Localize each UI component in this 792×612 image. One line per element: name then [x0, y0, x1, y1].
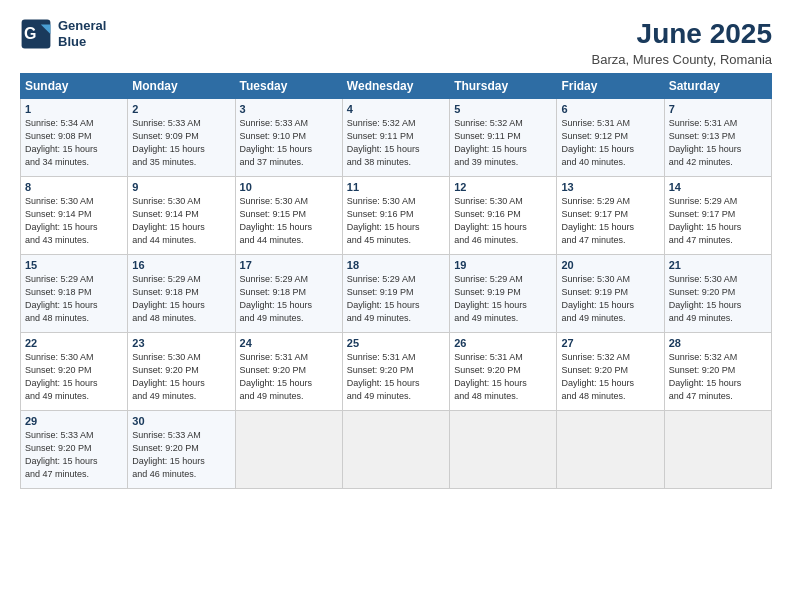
table-row: 4Sunrise: 5:32 AM Sunset: 9:11 PM Daylig… [342, 99, 449, 177]
table-row: 6Sunrise: 5:31 AM Sunset: 9:12 PM Daylig… [557, 99, 664, 177]
table-row [450, 411, 557, 489]
day-number: 28 [669, 337, 767, 349]
day-info: Sunrise: 5:32 AM Sunset: 9:11 PM Dayligh… [454, 117, 552, 169]
day-number: 6 [561, 103, 659, 115]
table-row: 13Sunrise: 5:29 AM Sunset: 9:17 PM Dayli… [557, 177, 664, 255]
day-info: Sunrise: 5:33 AM Sunset: 9:09 PM Dayligh… [132, 117, 230, 169]
calendar-title: June 2025 [592, 18, 772, 50]
day-number: 7 [669, 103, 767, 115]
calendar-week-row: 22Sunrise: 5:30 AM Sunset: 9:20 PM Dayli… [21, 333, 772, 411]
day-info: Sunrise: 5:29 AM Sunset: 9:17 PM Dayligh… [561, 195, 659, 247]
header-row: Sunday Monday Tuesday Wednesday Thursday… [21, 74, 772, 99]
table-row: 25Sunrise: 5:31 AM Sunset: 9:20 PM Dayli… [342, 333, 449, 411]
calendar-week-row: 8Sunrise: 5:30 AM Sunset: 9:14 PM Daylig… [21, 177, 772, 255]
logo: G General Blue [20, 18, 106, 50]
day-number: 23 [132, 337, 230, 349]
day-info: Sunrise: 5:34 AM Sunset: 9:08 PM Dayligh… [25, 117, 123, 169]
day-info: Sunrise: 5:29 AM Sunset: 9:19 PM Dayligh… [454, 273, 552, 325]
col-saturday: Saturday [664, 74, 771, 99]
table-row: 8Sunrise: 5:30 AM Sunset: 9:14 PM Daylig… [21, 177, 128, 255]
table-row: 16Sunrise: 5:29 AM Sunset: 9:18 PM Dayli… [128, 255, 235, 333]
day-info: Sunrise: 5:31 AM Sunset: 9:12 PM Dayligh… [561, 117, 659, 169]
day-number: 15 [25, 259, 123, 271]
calendar-week-row: 15Sunrise: 5:29 AM Sunset: 9:18 PM Dayli… [21, 255, 772, 333]
day-info: Sunrise: 5:32 AM Sunset: 9:11 PM Dayligh… [347, 117, 445, 169]
day-info: Sunrise: 5:32 AM Sunset: 9:20 PM Dayligh… [561, 351, 659, 403]
table-row [557, 411, 664, 489]
logo-line1: General [58, 18, 106, 33]
calendar-week-row: 29Sunrise: 5:33 AM Sunset: 9:20 PM Dayli… [21, 411, 772, 489]
day-number: 24 [240, 337, 338, 349]
day-info: Sunrise: 5:31 AM Sunset: 9:20 PM Dayligh… [240, 351, 338, 403]
table-row: 19Sunrise: 5:29 AM Sunset: 9:19 PM Dayli… [450, 255, 557, 333]
day-number: 21 [669, 259, 767, 271]
table-row: 3Sunrise: 5:33 AM Sunset: 9:10 PM Daylig… [235, 99, 342, 177]
table-row: 12Sunrise: 5:30 AM Sunset: 9:16 PM Dayli… [450, 177, 557, 255]
table-row: 2Sunrise: 5:33 AM Sunset: 9:09 PM Daylig… [128, 99, 235, 177]
day-info: Sunrise: 5:29 AM Sunset: 9:18 PM Dayligh… [240, 273, 338, 325]
table-row: 29Sunrise: 5:33 AM Sunset: 9:20 PM Dayli… [21, 411, 128, 489]
day-info: Sunrise: 5:29 AM Sunset: 9:18 PM Dayligh… [132, 273, 230, 325]
table-row: 9Sunrise: 5:30 AM Sunset: 9:14 PM Daylig… [128, 177, 235, 255]
day-number: 1 [25, 103, 123, 115]
title-block: June 2025 Barza, Mures County, Romania [592, 18, 772, 67]
table-row [235, 411, 342, 489]
calendar-week-row: 1Sunrise: 5:34 AM Sunset: 9:08 PM Daylig… [21, 99, 772, 177]
day-number: 18 [347, 259, 445, 271]
table-row: 26Sunrise: 5:31 AM Sunset: 9:20 PM Dayli… [450, 333, 557, 411]
day-info: Sunrise: 5:29 AM Sunset: 9:19 PM Dayligh… [347, 273, 445, 325]
day-info: Sunrise: 5:33 AM Sunset: 9:10 PM Dayligh… [240, 117, 338, 169]
day-number: 11 [347, 181, 445, 193]
day-number: 20 [561, 259, 659, 271]
calendar-subtitle: Barza, Mures County, Romania [592, 52, 772, 67]
day-number: 4 [347, 103, 445, 115]
day-number: 10 [240, 181, 338, 193]
table-row: 7Sunrise: 5:31 AM Sunset: 9:13 PM Daylig… [664, 99, 771, 177]
table-row: 21Sunrise: 5:30 AM Sunset: 9:20 PM Dayli… [664, 255, 771, 333]
col-wednesday: Wednesday [342, 74, 449, 99]
day-number: 27 [561, 337, 659, 349]
col-friday: Friday [557, 74, 664, 99]
col-thursday: Thursday [450, 74, 557, 99]
calendar-page: G General Blue June 2025 Barza, Mures Co… [0, 0, 792, 612]
day-info: Sunrise: 5:32 AM Sunset: 9:20 PM Dayligh… [669, 351, 767, 403]
svg-text:G: G [24, 25, 36, 42]
logo-line2: Blue [58, 34, 86, 49]
table-row: 30Sunrise: 5:33 AM Sunset: 9:20 PM Dayli… [128, 411, 235, 489]
table-row: 15Sunrise: 5:29 AM Sunset: 9:18 PM Dayli… [21, 255, 128, 333]
day-info: Sunrise: 5:30 AM Sunset: 9:14 PM Dayligh… [132, 195, 230, 247]
table-row: 18Sunrise: 5:29 AM Sunset: 9:19 PM Dayli… [342, 255, 449, 333]
day-number: 13 [561, 181, 659, 193]
day-number: 19 [454, 259, 552, 271]
day-info: Sunrise: 5:33 AM Sunset: 9:20 PM Dayligh… [132, 429, 230, 481]
day-info: Sunrise: 5:31 AM Sunset: 9:20 PM Dayligh… [454, 351, 552, 403]
day-number: 17 [240, 259, 338, 271]
table-row: 1Sunrise: 5:34 AM Sunset: 9:08 PM Daylig… [21, 99, 128, 177]
day-number: 12 [454, 181, 552, 193]
day-info: Sunrise: 5:33 AM Sunset: 9:20 PM Dayligh… [25, 429, 123, 481]
day-info: Sunrise: 5:30 AM Sunset: 9:20 PM Dayligh… [25, 351, 123, 403]
day-info: Sunrise: 5:30 AM Sunset: 9:15 PM Dayligh… [240, 195, 338, 247]
col-sunday: Sunday [21, 74, 128, 99]
day-number: 30 [132, 415, 230, 427]
table-row: 17Sunrise: 5:29 AM Sunset: 9:18 PM Dayli… [235, 255, 342, 333]
table-row: 14Sunrise: 5:29 AM Sunset: 9:17 PM Dayli… [664, 177, 771, 255]
table-row: 28Sunrise: 5:32 AM Sunset: 9:20 PM Dayli… [664, 333, 771, 411]
day-info: Sunrise: 5:31 AM Sunset: 9:20 PM Dayligh… [347, 351, 445, 403]
table-row: 22Sunrise: 5:30 AM Sunset: 9:20 PM Dayli… [21, 333, 128, 411]
day-number: 2 [132, 103, 230, 115]
calendar-table: Sunday Monday Tuesday Wednesday Thursday… [20, 73, 772, 489]
header: G General Blue June 2025 Barza, Mures Co… [20, 18, 772, 67]
table-row: 24Sunrise: 5:31 AM Sunset: 9:20 PM Dayli… [235, 333, 342, 411]
table-row: 5Sunrise: 5:32 AM Sunset: 9:11 PM Daylig… [450, 99, 557, 177]
table-row: 11Sunrise: 5:30 AM Sunset: 9:16 PM Dayli… [342, 177, 449, 255]
col-tuesday: Tuesday [235, 74, 342, 99]
day-number: 14 [669, 181, 767, 193]
logo-text: General Blue [58, 18, 106, 49]
day-info: Sunrise: 5:30 AM Sunset: 9:20 PM Dayligh… [132, 351, 230, 403]
day-info: Sunrise: 5:30 AM Sunset: 9:14 PM Dayligh… [25, 195, 123, 247]
day-number: 25 [347, 337, 445, 349]
table-row: 27Sunrise: 5:32 AM Sunset: 9:20 PM Dayli… [557, 333, 664, 411]
day-number: 22 [25, 337, 123, 349]
day-number: 26 [454, 337, 552, 349]
